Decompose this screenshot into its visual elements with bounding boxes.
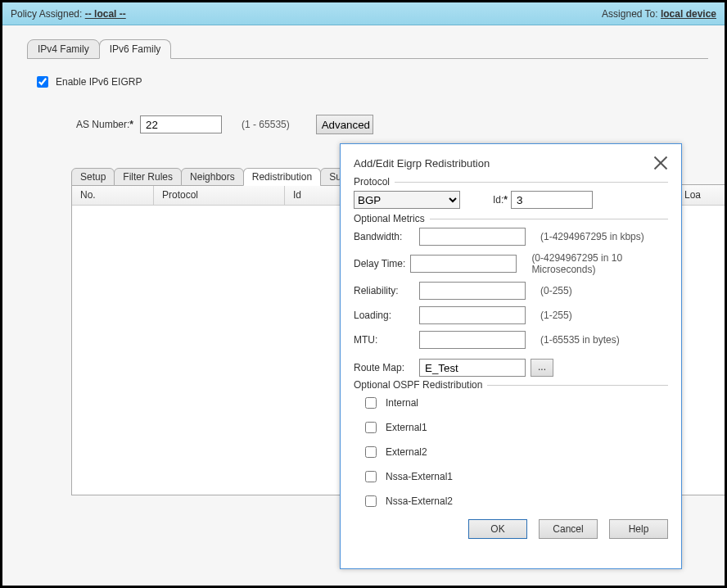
- mtu-input[interactable]: [419, 331, 526, 349]
- ospf-nssa-external2-label: Nssa-External2: [386, 495, 453, 507]
- reliability-label: Reliability:: [354, 285, 419, 296]
- id-input[interactable]: [511, 191, 593, 209]
- bandwidth-input[interactable]: [419, 228, 526, 246]
- mtu-hint: (1-65535 in bytes): [540, 334, 620, 346]
- loading-label: Loading:: [354, 310, 419, 321]
- col-no[interactable]: No.: [72, 185, 154, 205]
- assigned-to-link[interactable]: local device: [661, 8, 716, 20]
- delay-time-hint: (0-4294967295 in 10 Microseconds): [531, 252, 668, 275]
- loading-hint: (1-255): [540, 310, 572, 321]
- ospf-external2-checkbox[interactable]: [365, 446, 377, 458]
- ospf-external1-checkbox[interactable]: [365, 422, 377, 433]
- route-map-input[interactable]: [419, 359, 526, 377]
- mtu-label: MTU:: [354, 334, 419, 346]
- route-map-browse-button[interactable]: ...: [531, 359, 553, 377]
- delay-time-input[interactable]: [410, 255, 517, 273]
- route-map-label: Route Map:: [354, 362, 419, 373]
- ospf-nssa-external1-label: Nssa-External1: [386, 471, 453, 482]
- tab-ipv4-family[interactable]: IPv4 Family: [27, 39, 100, 59]
- bandwidth-label: Bandwidth:: [354, 231, 419, 242]
- optional-ospf-legend: Optional OSPF Redistribution: [354, 379, 487, 391]
- tab-redistribution[interactable]: Redistribution: [243, 168, 321, 186]
- title-bar: Policy Assigned: -- local -- Assigned To…: [2, 2, 725, 25]
- family-tabs: IPv4 Family IPv6 Family: [27, 38, 708, 59]
- protocol-legend: Protocol: [354, 176, 395, 188]
- cancel-button[interactable]: Cancel: [539, 519, 598, 539]
- ospf-internal-label: Internal: [386, 397, 418, 409]
- assigned-to-label: Assigned To:: [602, 8, 658, 20]
- close-icon[interactable]: [653, 156, 668, 170]
- policy-assigned-link[interactable]: -- local --: [85, 8, 126, 20]
- as-number-label: AS Number:*: [76, 119, 133, 130]
- enable-ipv6-eigrp-label: Enable IPv6 EIGRP: [56, 76, 142, 88]
- ospf-internal-checkbox[interactable]: [365, 397, 377, 409]
- as-number-range: (1 - 65535): [242, 119, 290, 130]
- policy-assigned-label: Policy Assigned:: [11, 8, 82, 20]
- optional-metrics-legend: Optional Metrics: [354, 213, 430, 224]
- tab-filter-rules[interactable]: Filter Rules: [114, 168, 182, 186]
- col-protocol[interactable]: Protocol: [154, 185, 285, 205]
- reliability-input[interactable]: [419, 282, 526, 300]
- ospf-external1-label: External1: [386, 422, 427, 433]
- optional-metrics-fieldset: Optional Metrics Bandwidth: (1-429496729…: [354, 219, 668, 349]
- tab-neighbors[interactable]: Neighbors: [181, 168, 244, 186]
- reliability-hint: (0-255): [540, 285, 572, 296]
- delay-time-label: Delay Time:: [354, 258, 410, 269]
- ospf-nssa-external1-checkbox[interactable]: [365, 471, 377, 482]
- tab-setup[interactable]: Setup: [71, 168, 115, 186]
- enable-ipv6-eigrp-checkbox[interactable]: [37, 76, 48, 88]
- tab-ipv6-family[interactable]: IPv6 Family: [99, 39, 172, 59]
- ok-button[interactable]: OK: [468, 519, 527, 539]
- help-button[interactable]: Help: [609, 519, 668, 539]
- col-loa[interactable]: Loa: [676, 185, 725, 205]
- dialog-title: Add/Edit Eigrp Redistribution: [354, 157, 490, 170]
- ospf-external2-label: External2: [386, 446, 427, 458]
- loading-input[interactable]: [419, 306, 526, 324]
- as-number-input[interactable]: [140, 115, 222, 133]
- protocol-fieldset: Protocol BGP Id:*: [354, 182, 668, 209]
- optional-ospf-fieldset: Optional OSPF Redistribution Internal Ex…: [354, 385, 668, 509]
- add-edit-eigrp-redistribution-dialog: Add/Edit Eigrp Redistribution Protocol B…: [340, 143, 682, 569]
- id-label: Id:*: [493, 194, 508, 206]
- advanced-button[interactable]: Advanced: [316, 115, 373, 134]
- protocol-select[interactable]: BGP: [354, 191, 460, 209]
- ospf-nssa-external2-checkbox[interactable]: [365, 495, 377, 507]
- bandwidth-hint: (1-4294967295 in kbps): [540, 231, 644, 242]
